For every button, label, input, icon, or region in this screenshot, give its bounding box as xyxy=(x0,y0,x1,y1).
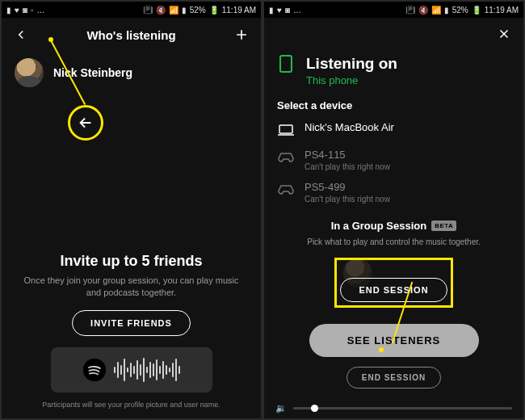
svg-rect-2 xyxy=(279,125,292,133)
wifi-icon: 📶 xyxy=(169,6,178,15)
status-bar: ▮ ♥ ◙ … 📳 🔇 📶 ▮ 52% 🔋 11:19 AM xyxy=(264,2,523,18)
avatar xyxy=(15,58,44,87)
spotify-code-card[interactable] xyxy=(51,347,212,393)
heart-icon: ♥ xyxy=(15,6,19,15)
select-device-label: Select a device xyxy=(264,91,523,116)
device-name: PS5-499 xyxy=(304,181,390,193)
group-session-title: In a Group Session xyxy=(331,220,426,232)
signal-icon: ▮ xyxy=(444,6,449,15)
device-row-ps4[interactable]: PS4-115 Can't play this right now xyxy=(264,144,523,176)
volume-thumb[interactable] xyxy=(311,405,318,412)
mute-icon: 🔇 xyxy=(156,6,166,15)
app-icon: ◙ xyxy=(285,6,290,15)
volume-row: 🔉 xyxy=(264,403,523,414)
invite-block: Invite up to 5 friends Once they join yo… xyxy=(2,253,261,409)
device-row-macbook[interactable]: Nick's MacBook Air xyxy=(264,116,523,144)
battery-icon: 🔋 xyxy=(209,6,219,15)
listening-subtitle: This phone xyxy=(306,74,397,86)
volume-icon: 🔉 xyxy=(275,403,287,414)
device-row-ps5[interactable]: PS5-499 Can't play this right now xyxy=(264,176,523,208)
more-icon: … xyxy=(37,6,45,15)
callout-dot xyxy=(379,347,384,352)
device-sub: Can't play this right now xyxy=(304,195,390,204)
add-button[interactable] xyxy=(232,25,251,44)
listening-header: Listening on This phone xyxy=(264,44,523,91)
close-button[interactable] xyxy=(494,24,514,44)
phone-right: ▮ ♥ ◙ … 📳 🔇 📶 ▮ 52% 🔋 11:19 AM Listening… xyxy=(264,2,523,418)
clock-text: 11:19 AM xyxy=(485,6,519,15)
device-sub: Can't play this right now xyxy=(304,162,390,171)
signal-icon: ▮ xyxy=(182,6,187,15)
invite-title: Invite up to 5 friends xyxy=(18,253,245,270)
vibrate-icon: 📳 xyxy=(143,6,153,15)
header: Who's listening xyxy=(2,18,261,52)
more-icon: … xyxy=(293,6,301,15)
volume-slider[interactable] xyxy=(293,407,512,410)
beta-badge: BETA xyxy=(431,220,456,231)
heart-icon: ♥ xyxy=(277,6,282,15)
vibrate-icon: 📳 xyxy=(405,6,415,15)
page-title: Who's listening xyxy=(86,28,175,42)
app-icon: ◙ xyxy=(23,6,27,15)
device-name: Nick's MacBook Air xyxy=(304,121,394,133)
device-name: PS4-115 xyxy=(304,149,390,161)
battery-icon: 🔋 xyxy=(472,6,481,15)
battery-text: 52% xyxy=(452,6,468,15)
battery-text: 52% xyxy=(190,6,206,15)
phone-icon xyxy=(277,55,295,73)
group-session-sub: Pick what to play and control the music … xyxy=(264,237,523,246)
profile-row: Nick Steinberg xyxy=(2,52,261,94)
notification-icon: ▮ xyxy=(6,6,11,15)
status-bar: ▮ ♥ ◙ ▫ … 📳 🔇 📶 ▮ 52% 🔋 11:19 AM xyxy=(2,2,261,18)
listening-title: Listening on xyxy=(306,55,397,73)
spotify-code-waveform xyxy=(114,358,180,382)
callout-circle xyxy=(68,105,103,141)
invite-subtitle: Once they join your group session, you c… xyxy=(18,275,245,299)
gamepad-icon xyxy=(277,181,295,199)
laptop-icon xyxy=(277,121,295,139)
invite-friends-button[interactable]: INVITE FRIENDS xyxy=(72,310,191,336)
gamepad-icon xyxy=(277,149,295,166)
notification-icon: ▮ xyxy=(269,6,274,15)
svg-rect-1 xyxy=(280,56,292,72)
back-button[interactable] xyxy=(11,25,31,44)
end-session-button[interactable]: END SESSION xyxy=(346,367,441,388)
wifi-icon: 📶 xyxy=(431,6,441,15)
clock-text: 11:19 AM xyxy=(222,6,256,15)
spotify-logo-icon xyxy=(83,359,106,381)
phone-left: ▮ ♥ ◙ ▫ … 📳 🔇 📶 ▮ 52% 🔋 11:19 AM Who's l… xyxy=(2,2,261,418)
group-session-block: In a Group Session BETA Pick what to pla… xyxy=(264,218,523,388)
invite-footnote: Participants will see your profile pictu… xyxy=(18,401,245,409)
image-icon: ▫ xyxy=(31,6,34,15)
mute-icon: 🔇 xyxy=(418,6,428,15)
end-session-button-highlighted[interactable]: END SESSION xyxy=(340,278,447,302)
callout-end-session-box: END SESSION xyxy=(334,258,452,308)
